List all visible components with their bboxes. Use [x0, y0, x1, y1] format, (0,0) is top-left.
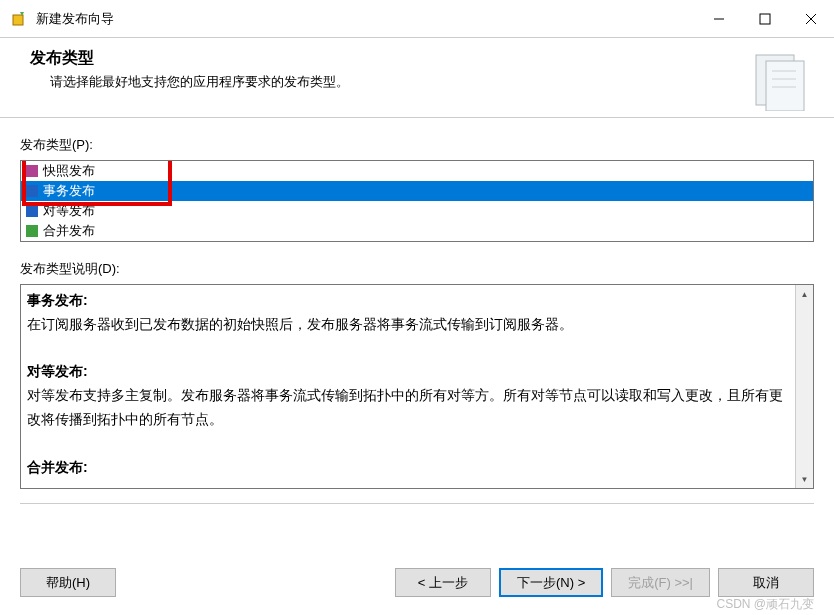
minimize-button[interactable]	[696, 0, 742, 38]
svg-rect-10	[26, 165, 38, 177]
desc-section-title: 合并发布:	[27, 456, 789, 480]
divider	[20, 503, 814, 504]
window-controls	[696, 0, 834, 38]
list-item-label: 对等发布	[43, 201, 95, 221]
description-box: 事务发布: 在订阅服务器收到已发布数据的初始快照后，发布服务器将事务流式传输到订…	[20, 284, 814, 489]
pub-peer-icon	[25, 204, 39, 218]
desc-section-title: 对等发布:	[27, 360, 789, 384]
back-button[interactable]: < 上一步	[395, 568, 491, 597]
pubtype-list[interactable]: 快照发布 事务发布 对等发布 合并发布	[20, 160, 814, 242]
cancel-button[interactable]: 取消	[718, 568, 814, 597]
wizard-app-icon	[10, 10, 28, 28]
list-item[interactable]: 事务发布	[21, 181, 813, 201]
watermark: CSDN @顽石九变	[716, 596, 814, 613]
description-label: 发布类型说明(D):	[20, 260, 814, 278]
finish-button: 完成(F) >>|	[611, 568, 710, 597]
svg-rect-12	[26, 205, 38, 217]
scroll-track[interactable]	[796, 303, 813, 470]
desc-section-body: 在订阅服务器收到已发布数据的初始快照后，发布服务器将事务流式传输到订阅服务器。	[27, 313, 789, 337]
header-graphic-icon	[744, 48, 814, 113]
close-button[interactable]	[788, 0, 834, 38]
list-item-label: 合并发布	[43, 221, 95, 241]
svg-rect-13	[26, 225, 38, 237]
window-title: 新建发布向导	[36, 10, 114, 28]
desc-section-title: 事务发布:	[27, 289, 789, 313]
page-title: 发布类型	[30, 48, 744, 69]
button-bar: 帮助(H) < 上一步 下一步(N) > 完成(F) >>| 取消	[0, 568, 834, 597]
titlebar: 新建发布向导	[0, 0, 834, 38]
page-subtitle: 请选择能最好地支持您的应用程序要求的发布类型。	[30, 73, 744, 91]
next-button[interactable]: 下一步(N) >	[499, 568, 603, 597]
maximize-button[interactable]	[742, 0, 788, 38]
scroll-up-icon[interactable]: ▲	[796, 285, 813, 303]
list-item[interactable]: 对等发布	[21, 201, 813, 221]
list-item[interactable]: 合并发布	[21, 221, 813, 241]
pub-merge-icon	[25, 224, 39, 238]
pub-snapshot-icon	[25, 164, 39, 178]
svg-rect-11	[26, 185, 38, 197]
svg-rect-2	[760, 14, 770, 24]
list-item-label: 快照发布	[43, 161, 95, 181]
wizard-header: 发布类型 请选择能最好地支持您的应用程序要求的发布类型。	[0, 38, 834, 118]
pubtype-label: 发布类型(P):	[20, 136, 814, 154]
svg-rect-0	[13, 15, 23, 25]
svg-rect-6	[766, 61, 804, 111]
scrollbar[interactable]: ▲ ▼	[795, 285, 813, 488]
scroll-down-icon[interactable]: ▼	[796, 470, 813, 488]
list-item[interactable]: 快照发布	[21, 161, 813, 181]
desc-section-body: 对等发布支持多主复制。发布服务器将事务流式传输到拓扑中的所有对等方。所有对等节点…	[27, 384, 789, 432]
pub-transaction-icon	[25, 184, 39, 198]
help-button[interactable]: 帮助(H)	[20, 568, 116, 597]
description-content: 事务发布: 在订阅服务器收到已发布数据的初始快照后，发布服务器将事务流式传输到订…	[21, 285, 795, 488]
list-item-label: 事务发布	[43, 181, 95, 201]
